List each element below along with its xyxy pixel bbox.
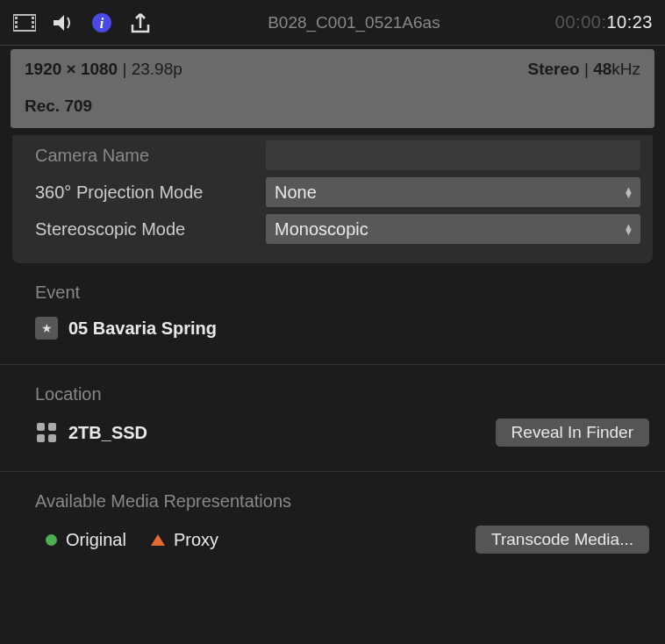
transcode-media-button[interactable]: Transcode Media... bbox=[476, 526, 649, 554]
camera-name-input[interactable] bbox=[266, 140, 640, 170]
media-representations-section: Available Media Representations Original… bbox=[0, 472, 665, 578]
metadata-form: Camera Name 360° Projection Mode None ▲▼… bbox=[12, 135, 653, 263]
event-name: 05 Bavaria Spring bbox=[68, 318, 217, 339]
clip-title: B028_C001_0521A6as bbox=[153, 13, 555, 32]
audio-inspector-icon[interactable] bbox=[51, 11, 75, 35]
share-inspector-icon[interactable] bbox=[128, 11, 153, 35]
chevron-updown-icon: ▲▼ bbox=[624, 224, 633, 234]
svg-rect-1 bbox=[15, 17, 18, 19]
svg-rect-2 bbox=[15, 21, 18, 24]
original-media-indicator: Original bbox=[46, 530, 126, 550]
svg-rect-12 bbox=[48, 434, 56, 442]
location-name: 2TB_SSD bbox=[68, 423, 147, 443]
video-inspector-icon[interactable] bbox=[12, 11, 37, 35]
event-section: Event ★ 05 Bavaria Spring bbox=[0, 263, 665, 365]
svg-rect-10 bbox=[48, 423, 56, 431]
svg-rect-11 bbox=[37, 434, 45, 442]
location-section: Location 2TB_SSD Reveal In Finder bbox=[0, 365, 665, 472]
format-banner: 1920 × 1080 | 23.98p Stereo | 48kHz Rec.… bbox=[11, 49, 654, 128]
status-triangle-warning-icon bbox=[151, 534, 165, 546]
svg-rect-6 bbox=[32, 25, 34, 28]
svg-text:i: i bbox=[100, 16, 104, 31]
svg-rect-9 bbox=[37, 423, 45, 431]
disk-icon bbox=[35, 421, 58, 444]
svg-rect-4 bbox=[32, 17, 34, 19]
projection-mode-label: 360° Projection Mode bbox=[25, 182, 266, 203]
stereoscopic-mode-select[interactable]: Monoscopic ▲▼ bbox=[266, 214, 640, 244]
reveal-in-finder-button[interactable]: Reveal In Finder bbox=[496, 419, 649, 447]
svg-rect-3 bbox=[15, 25, 18, 28]
star-icon: ★ bbox=[35, 317, 58, 340]
media-header: Available Media Representations bbox=[35, 491, 649, 512]
svg-rect-5 bbox=[32, 21, 34, 24]
event-header: Event bbox=[35, 283, 649, 303]
location-header: Location bbox=[35, 384, 649, 404]
chevron-updown-icon: ▲▼ bbox=[624, 187, 633, 197]
camera-name-label: Camera Name bbox=[25, 146, 266, 166]
proxy-media-indicator: Proxy bbox=[151, 530, 218, 550]
info-inspector-icon[interactable]: i bbox=[89, 11, 114, 35]
stereoscopic-mode-label: Stereoscopic Mode bbox=[25, 219, 266, 240]
status-dot-available-icon bbox=[46, 534, 57, 546]
projection-mode-select[interactable]: None ▲▼ bbox=[266, 177, 640, 207]
timecode: 00:00:10:23 bbox=[555, 12, 653, 32]
